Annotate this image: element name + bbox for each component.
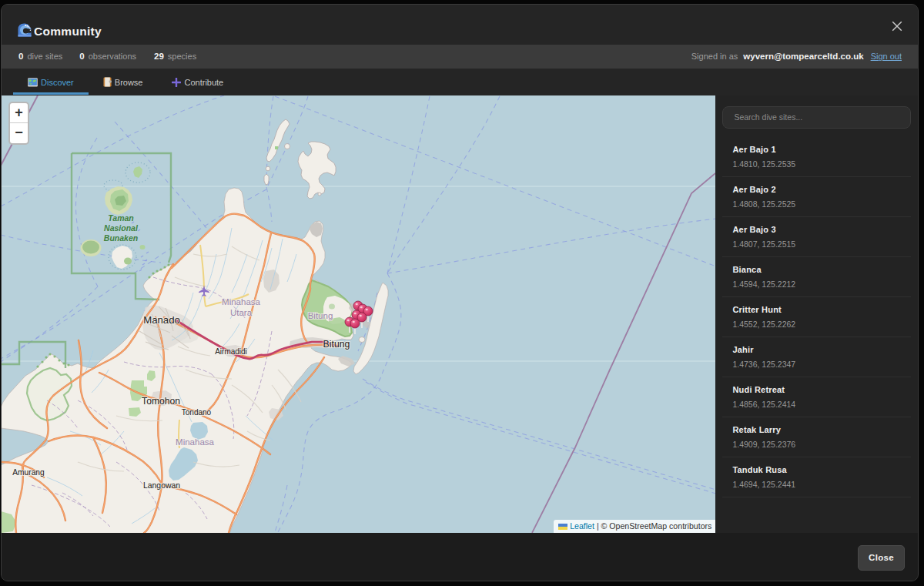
svg-text:Airmadidi: Airmadidi <box>215 347 247 356</box>
svg-text:Utara: Utara <box>230 308 253 317</box>
svg-text:Manado: Manado <box>143 314 180 326</box>
svg-text:Minahasa: Minahasa <box>176 437 214 447</box>
svg-text:Taman: Taman <box>108 213 133 223</box>
svg-text:Nasional: Nasional <box>104 223 139 233</box>
svg-text:Tomohon: Tomohon <box>142 396 180 407</box>
svg-text:Bitung: Bitung <box>308 311 333 320</box>
svg-text:Bitung: Bitung <box>323 339 350 350</box>
svg-text:Tondano: Tondano <box>182 408 212 417</box>
svg-text:Langowan: Langowan <box>143 481 180 490</box>
svg-text:Minahasa: Minahasa <box>222 297 260 306</box>
svg-text:Amurang: Amurang <box>12 468 45 477</box>
svg-text:Bunaken: Bunaken <box>104 233 138 243</box>
